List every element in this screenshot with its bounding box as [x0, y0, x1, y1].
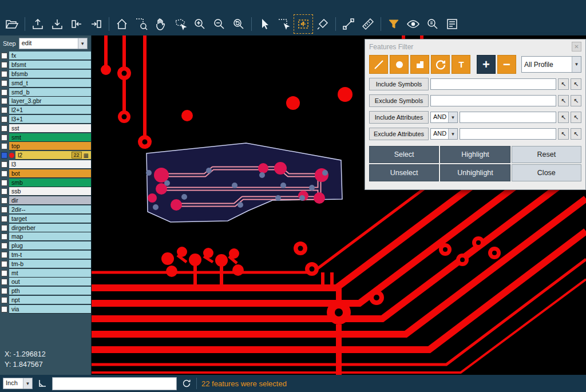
reset-button[interactable]: Reset [512, 146, 581, 163]
layer-cell[interactable]: plug ▦ [9, 241, 91, 250]
close-button[interactable]: Close [512, 164, 581, 181]
layer-row[interactable]: dirgerber ▦ [0, 223, 91, 232]
layer-row[interactable]: bfsmb ▦ [0, 70, 91, 79]
layer-row[interactable]: layer_3.gbr ▦ [0, 97, 91, 106]
layer-cell[interactable]: l3+1 ▦ [9, 115, 91, 124]
layer-row[interactable]: l3 ▦ [0, 160, 91, 169]
layer-visibility-checkbox[interactable] [1, 71, 7, 77]
previous-step-button[interactable] [68, 15, 85, 33]
menu-item[interactable] [45, 5, 55, 7]
highlight-button[interactable]: Highlight [440, 146, 510, 163]
include-symbols-button[interactable]: Include Symbols [369, 78, 429, 90]
layer-cell[interactable]: map ▦ [9, 232, 91, 241]
next-step-button[interactable] [88, 15, 105, 33]
unselect-button[interactable]: Unselect [369, 164, 439, 181]
layer-visibility-checkbox[interactable] [1, 270, 7, 276]
layer-cell[interactable]: smd_t ▦ [9, 79, 91, 88]
layer-cell[interactable]: sst ▦ [9, 124, 91, 133]
text-feature-button[interactable]: T [452, 55, 470, 74]
menu-item[interactable] [3, 5, 14, 7]
layer-cell[interactable]: bfsmt ▦ [9, 61, 91, 69]
layer-row[interactable]: mt ▦ [0, 268, 91, 278]
exclude-attributes-operator-select[interactable]: AND ▼ [430, 128, 458, 140]
layer-cell[interactable]: smt ▦ [9, 133, 91, 142]
layer-cell[interactable]: tm-t ▦ [9, 251, 91, 259]
dialog-close-button[interactable]: ✕ [572, 42, 581, 52]
layer-row[interactable]: smb ▦ [0, 178, 91, 187]
layer-row[interactable]: l2+1 ▦ [0, 106, 91, 115]
layer-row[interactable]: bfsmt ▦ [0, 61, 91, 70]
profile-select[interactable]: All Profile ▼ [521, 56, 581, 73]
layer-visibility-checkbox[interactable] [1, 98, 7, 104]
zoom-reset-button[interactable] [230, 15, 247, 33]
measure-ruler-button[interactable] [359, 15, 377, 33]
layer-visibility-checkbox[interactable] [1, 288, 7, 294]
layer-row[interactable]: npt ▦ [0, 296, 91, 305]
zoom-out-button[interactable] [211, 15, 228, 33]
layer-row[interactable]: plug ▦ [0, 241, 91, 251]
erase-brush-button[interactable] [314, 15, 331, 33]
layer-visibility-checkbox[interactable] [1, 80, 7, 86]
layer-cell[interactable]: l2 22 ▦ [15, 151, 91, 160]
layer-cell[interactable]: pth ▦ [9, 287, 91, 295]
pick-attribute-button[interactable]: ↖ [558, 128, 569, 140]
layer-row[interactable]: tm-b ▦ [0, 259, 91, 268]
layer-cell[interactable]: bfsmb ▦ [9, 70, 91, 78]
layer-visibility-checkbox[interactable] [1, 107, 7, 113]
layer-visibility-checkbox[interactable] [1, 279, 7, 285]
include-attributes-operator-select[interactable]: AND ▼ [430, 112, 458, 123]
layer-visibility-checkbox[interactable] [1, 53, 7, 59]
layer-visibility-checkbox[interactable] [1, 252, 7, 258]
layer-cell[interactable]: smb ▦ [9, 179, 91, 187]
home-view-button[interactable] [113, 15, 130, 33]
layer-visibility-checkbox[interactable] [1, 89, 7, 96]
unit-select[interactable]: Inch ▼ [3, 378, 33, 389]
refresh-icon[interactable] [181, 378, 192, 389]
rectangle-select-button[interactable] [275, 15, 292, 33]
zoom-in-button[interactable] [191, 15, 208, 33]
pick-symbol-button[interactable]: ↖ [558, 78, 569, 90]
arc-feature-button[interactable] [431, 55, 450, 74]
layer-row[interactable]: smd_t ▦ [0, 78, 91, 88]
layer-visibility-checkbox[interactable] [1, 171, 7, 177]
pointer-button[interactable] [256, 15, 273, 33]
unhighlight-button[interactable]: Unhighlight [440, 164, 510, 181]
exclude-attributes-input[interactable] [460, 128, 556, 140]
layer-visibility-checkbox[interactable] [1, 216, 7, 222]
pick-attribute-button[interactable]: ↖ [558, 112, 569, 123]
pad-feature-button[interactable] [390, 55, 409, 74]
layer-row[interactable]: map ▦ [0, 232, 91, 241]
layer-row[interactable]: pth ▦ [0, 287, 91, 296]
layer-cell[interactable]: fx ▦ [9, 52, 91, 60]
layer-visibility-checkbox[interactable] [1, 233, 7, 240]
exclude-symbols-button[interactable]: Exclude Symbols [369, 94, 429, 107]
layer-visibility-checkbox[interactable] [1, 134, 7, 141]
layer-visibility-checkbox[interactable] [1, 116, 7, 122]
layer-cell[interactable]: l3 ▦ [9, 160, 91, 169]
layer-cell[interactable]: dir ▦ [9, 196, 91, 205]
layer-cell[interactable]: tm-b ▦ [9, 260, 91, 268]
export-step-button[interactable] [29, 15, 46, 33]
include-attributes-input[interactable] [460, 112, 556, 123]
layer-row[interactable]: target ▦ [0, 214, 91, 223]
select-button[interactable]: Select [369, 146, 439, 163]
exclude-symbols-input[interactable] [430, 95, 556, 106]
layer-visibility-checkbox[interactable] [1, 161, 7, 168]
pick-symbol-add-button[interactable]: ↖ [571, 78, 581, 90]
layer-cell[interactable]: smd_b ▦ [9, 88, 91, 97]
step-select[interactable]: edit ▼ [19, 38, 88, 49]
menu-item[interactable] [34, 5, 45, 7]
line-feature-button[interactable] [369, 55, 388, 74]
layer-visibility-checkbox[interactable] [1, 261, 7, 267]
layer-row[interactable]: smt ▦ [0, 133, 91, 142]
layer-row[interactable]: sst ▦ [0, 124, 91, 133]
layer-row[interactable]: 2dir-- ▦ [0, 205, 91, 215]
layer-visibility-checkbox[interactable] [1, 225, 7, 231]
layer-cell[interactable]: layer_3.gbr ▦ [9, 97, 91, 105]
open-button[interactable] [3, 15, 21, 33]
feature-list-button[interactable] [444, 15, 461, 33]
layer-cell[interactable]: top ▦ [9, 142, 91, 151]
menu-item[interactable] [24, 5, 34, 7]
layer-row[interactable]: smd_b ▦ [0, 88, 91, 97]
snap-angle-icon[interactable] [37, 378, 47, 389]
